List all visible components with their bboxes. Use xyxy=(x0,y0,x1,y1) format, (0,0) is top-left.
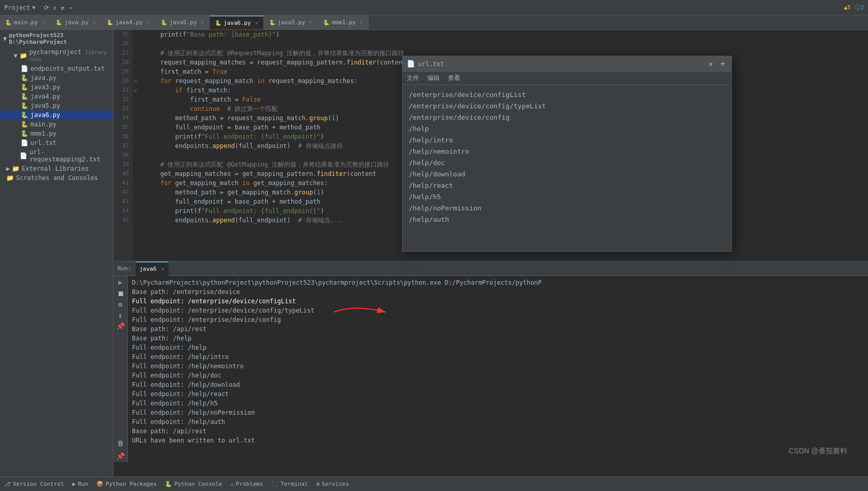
project-menu[interactable]: Project ▼ xyxy=(4,4,36,11)
layout-icon[interactable]: ↕ xyxy=(53,4,57,11)
popup-content[interactable]: /enterprise/device/configList /enterpris… xyxy=(403,85,731,251)
run-scroll-icon[interactable]: ↕ xyxy=(119,312,123,319)
popup-line: /enterprise/device/config xyxy=(409,112,725,123)
status-run[interactable]: ▶ Run xyxy=(72,481,88,487)
status-terminal[interactable]: ⬛ Terminal xyxy=(272,481,308,487)
status-python-console[interactable]: 🐍 Python Console xyxy=(165,481,222,487)
tab-label: java4.py xyxy=(115,19,143,26)
run-tab-label: java6 xyxy=(140,266,157,272)
console-line: Base path: /help xyxy=(132,334,864,343)
sidebar-item-mmm1-py[interactable]: 🐍 mmm1.py xyxy=(0,129,113,138)
sidebar-item-scratches[interactable]: 📁 Scratches and Consoles xyxy=(0,173,113,183)
console-line: Full endpoint: /help/react xyxy=(132,389,864,399)
sidebar-item-java6-py[interactable]: 🐍 java6.py xyxy=(0,110,113,120)
sidebar-item-url-txt[interactable]: 📄 url.txt xyxy=(0,138,113,148)
sidebar-item-java5-py[interactable]: 🐍 java5.py xyxy=(0,101,113,110)
problems-icon: ⚠ xyxy=(230,481,234,487)
status-version-control[interactable]: ⎇ Version Control xyxy=(4,481,64,487)
run-tab-java6[interactable]: java6 × xyxy=(136,261,169,276)
tab-java5-py[interactable]: 🐍 java5.py × xyxy=(156,15,210,30)
sidebar-item-endpoints-txt[interactable]: 📄 endpoints_output.txt xyxy=(0,64,113,73)
toolbar-icons: ⟳ ↕ ⇄ − xyxy=(44,4,73,11)
run-output: ▶ ⏹ ⚙ ↕ 📌 🗑 📌 D:\PycharmProjects\pythonP… xyxy=(113,276,868,462)
tab-close-icon[interactable]: × xyxy=(147,20,150,25)
console-line: Full endpoint: /enterprise/device/config… xyxy=(132,306,864,315)
sidebar-item-label: java3.py xyxy=(30,84,60,91)
run-stop-icon[interactable]: ⏹ xyxy=(117,289,124,298)
popup-menu-edit[interactable]: 编辑 xyxy=(427,74,440,83)
py-icon: 🐍 xyxy=(21,130,28,137)
status-services[interactable]: ⚙ Services xyxy=(316,481,349,487)
run-settings-icon[interactable]: ⚙ xyxy=(119,301,123,308)
status-problems[interactable]: ⚠ Problems xyxy=(230,481,263,487)
status-label: Problems xyxy=(236,481,263,487)
tab-java6-py[interactable]: 🐍 java6.py × xyxy=(210,15,264,30)
popup-menu-file[interactable]: 文件 xyxy=(407,74,419,83)
sync-icon[interactable]: ⟳ xyxy=(44,4,49,11)
run-tab-close-icon[interactable]: × xyxy=(161,266,164,272)
chevron-right-icon: ▼ xyxy=(13,52,17,59)
sidebar-item-label: main.py xyxy=(30,121,57,128)
run-play-icon[interactable]: ▶ xyxy=(118,278,122,286)
tab-mmm1-py[interactable]: 🐍 mmm1.py × xyxy=(318,15,369,30)
tab-java4-py[interactable]: 🐍 java4.py × xyxy=(102,15,156,30)
sidebar-item-external-libs[interactable]: ▶ 📁 External Libraries xyxy=(0,164,113,173)
config-icon[interactable]: ⇄ xyxy=(61,4,64,11)
tab-close-icon[interactable]: × xyxy=(255,20,258,26)
run-console[interactable]: D:\PycharmProjects\pythonProject\pythonP… xyxy=(128,276,868,462)
status-label: Python Console xyxy=(174,481,222,487)
sidebar-item-url-mapping-txt[interactable]: 📄 url-requestmapping2.txt xyxy=(0,148,113,164)
chevron-down-icon: ▼ xyxy=(3,35,7,42)
run-trash-icon[interactable]: 🗑 xyxy=(117,439,124,447)
py-icon: 🐍 xyxy=(21,74,28,81)
info-count[interactable]: ⓘ2 xyxy=(855,4,864,11)
popup-menu-view[interactable]: 查看 xyxy=(448,74,460,83)
py-icon: 🐍 xyxy=(56,20,62,25)
tab-close-icon[interactable]: × xyxy=(309,20,312,25)
popup-line: /enterprise/device/configList xyxy=(409,89,725,101)
folder-icon: 📁 xyxy=(20,52,27,59)
console-line: Base path: /api/rest xyxy=(132,324,864,334)
sidebar-item-main-py[interactable]: 🐍 main.py xyxy=(0,120,113,129)
sidebar-item-java-py[interactable]: 🐍 java.py xyxy=(0,73,113,83)
tab-java-py[interactable]: 🐍 java.py × xyxy=(51,15,101,30)
editor-tabs: 🐍 main.py × 🐍 java.py × 🐍 java4.py × 🐍 j… xyxy=(0,15,868,30)
run-sidebar: ▶ ⏹ ⚙ ↕ 📌 🗑 📌 xyxy=(113,276,128,462)
run-pin-icon[interactable]: 📌 xyxy=(116,322,125,330)
status-label: Version Control xyxy=(13,481,64,487)
popup-line: /help/auth xyxy=(409,214,725,225)
py-icon: 🐍 xyxy=(161,20,167,25)
sidebar-item-pycharmproject[interactable]: ▼ 📁 pycharmproject library root xyxy=(0,47,113,64)
status-python-packages[interactable]: 📦 Python Packages xyxy=(96,481,157,487)
py-icon: 🐍 xyxy=(269,20,275,25)
popup-close-button[interactable]: × xyxy=(707,60,715,68)
folder-icon: 📁 xyxy=(12,165,20,172)
tab-main-py[interactable]: 🐍 main.py × xyxy=(0,15,51,30)
project-dropdown-icon[interactable]: ▼ xyxy=(32,5,36,10)
tab-close-icon[interactable]: × xyxy=(201,20,204,25)
main-layout: ▼ pythonProject523 D:\PycharmProject ▼ 📁… xyxy=(0,30,868,477)
console-line: URLs have been written to url.txt xyxy=(132,436,864,445)
sidebar-item-java3-py[interactable]: 🐍 java3.py xyxy=(0,83,113,92)
popup-line: /help/react xyxy=(409,180,725,191)
tab-close-icon[interactable]: × xyxy=(42,20,45,25)
status-label: Run xyxy=(78,481,88,487)
sidebar-item-label: endpoints_output.txt xyxy=(30,65,105,72)
sidebar-item-java4-py[interactable]: 🐍 java4.py xyxy=(0,92,113,101)
txt-icon: 📄 xyxy=(21,65,28,72)
sidebar-item-label: pycharmproject library root xyxy=(29,48,110,63)
warning-indicators: ▲5 ⓘ2 xyxy=(844,4,864,11)
tab-java3-py[interactable]: 🐍 java3.py × xyxy=(264,15,318,30)
chevron-right-icon: ▶ xyxy=(6,165,10,172)
tab-close-icon[interactable]: × xyxy=(360,20,363,25)
popup-new-tab-button[interactable]: + xyxy=(718,59,727,69)
status-label: Services xyxy=(322,481,349,487)
console-line: Full endpoint: /help/doc xyxy=(132,371,864,380)
status-label: Python Packages xyxy=(106,481,157,487)
run-pin2-icon[interactable]: 📌 xyxy=(116,452,125,460)
tab-close-icon[interactable]: × xyxy=(93,20,96,25)
console-line: Full endpoint: /help/auth xyxy=(132,417,864,427)
warning-count[interactable]: ▲5 xyxy=(844,4,850,11)
minimize-icon[interactable]: − xyxy=(69,4,72,11)
console-line-highlight: Full endpoint: /enterprise/device/config… xyxy=(132,297,864,306)
